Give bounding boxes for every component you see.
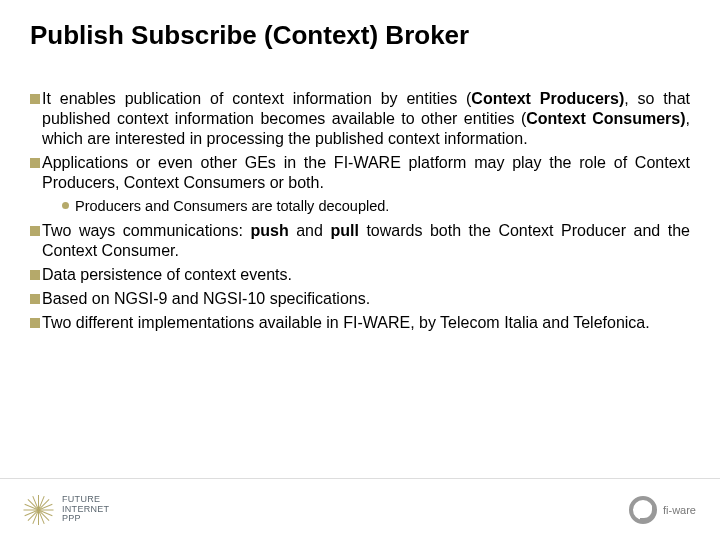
text-run: Two ways communications: [42,222,250,239]
slide: Publish Subscribe (Context) Broker It en… [0,0,720,540]
bullet-text: It enables publication of context inform… [42,89,690,149]
bullet-text: Two ways communications: push and pull t… [42,221,690,261]
bullet-text: Applications or even other GEs in the FI… [42,153,690,193]
dot-bullet-icon [62,202,69,209]
text-run: and [289,222,331,239]
text-bold: Context Producers) [471,90,624,107]
bullet-item: It enables publication of context inform… [30,89,690,149]
bullet-item: Applications or even other GEs in the FI… [30,153,690,193]
logo-text: FUTURE INTERNET PPP [62,495,109,523]
bullet-text: Data persistence of context events. [42,265,690,285]
bullet-item: Two different implementations available … [30,313,690,333]
square-bullet-icon [30,318,40,328]
star-icon [24,495,54,525]
text-line: PPP [62,514,109,523]
slide-body: It enables publication of context inform… [30,89,690,333]
text-bold: push [250,222,288,239]
square-bullet-icon [30,158,40,168]
sub-bullet-text: Producers and Consumers are totally deco… [75,197,389,215]
text-run: It enables publication of context inform… [42,90,471,107]
footer: FUTURE INTERNET PPP fi-ware [0,478,720,540]
page-title: Publish Subscribe (Context) Broker [30,20,690,51]
bullet-item: Data persistence of context events. [30,265,690,285]
bullet-text: Based on NGSI-9 and NGSI-10 specificatio… [42,289,690,309]
text-bold: pull [330,222,358,239]
logo-fiware: fi-ware [629,496,696,524]
logo-future-internet-ppp: FUTURE INTERNET PPP [24,495,109,525]
logo-text: fi-ware [663,504,696,516]
bullet-item: Two ways communications: push and pull t… [30,221,690,261]
square-bullet-icon [30,226,40,236]
sub-bullet-item: Producers and Consumers are totally deco… [62,197,690,215]
square-bullet-icon [30,270,40,280]
square-bullet-icon [30,94,40,104]
ring-icon [629,496,657,524]
bullet-item: Based on NGSI-9 and NGSI-10 specificatio… [30,289,690,309]
bullet-text: Two different implementations available … [42,313,690,333]
square-bullet-icon [30,294,40,304]
text-bold: Context Consumers) [526,110,685,127]
